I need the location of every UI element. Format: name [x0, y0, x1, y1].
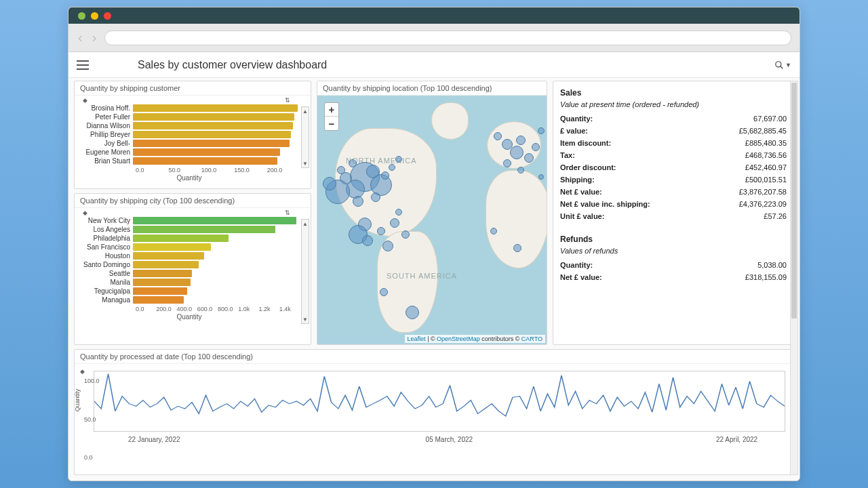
map-bubble[interactable] [406, 306, 419, 319]
svg-point-0 [776, 61, 781, 66]
window-min-dot[interactable] [91, 12, 98, 20]
map-bubble[interactable] [377, 227, 385, 235]
bar-row[interactable]: Houston [79, 251, 300, 260]
carto-link[interactable]: CARTO [521, 336, 542, 342]
bar-row[interactable]: Seattle [79, 269, 300, 278]
bar-row[interactable]: San Francisco [79, 243, 300, 251]
map-bubble[interactable] [513, 244, 521, 252]
nav-back-icon[interactable]: ‹ [77, 30, 84, 45]
map-bubble[interactable] [401, 230, 410, 239]
kpi-key: Quantity: [560, 261, 593, 269]
kpi-row: Net £ value inc. shipping:£4,376,223.09 [560, 198, 787, 210]
axis-tick: 1.0k [238, 306, 258, 312]
search-dropdown[interactable]: ▼ [774, 60, 791, 70]
bar-fill [133, 113, 294, 121]
menu-icon[interactable] [77, 60, 89, 70]
bar-row[interactable]: New York City [79, 216, 300, 225]
bar-fill [133, 287, 187, 295]
kpi-row: Order discount:£452,460.97 [560, 161, 787, 174]
map-bubble[interactable] [353, 196, 363, 207]
leaflet-link[interactable]: Leaflet [408, 336, 426, 342]
bar-row[interactable]: Managua [79, 296, 300, 304]
url-input[interactable] [104, 30, 791, 45]
nav-forward-icon[interactable]: › [91, 30, 98, 45]
timeseries-chart[interactable] [94, 371, 785, 432]
map-bubble[interactable] [395, 156, 402, 163]
bar-label: Houston [79, 252, 133, 260]
customer-chart-title: Quantity by shipping customer [75, 81, 311, 96]
window-close-dot[interactable] [78, 12, 85, 20]
kpi-row: Net £ value:£3,876,207.58 [560, 186, 787, 198]
sort-icon[interactable]: ◆ [80, 368, 85, 375]
bar-row[interactable]: Manila [79, 278, 300, 287]
osm-link[interactable]: OpenStreetMap [437, 336, 480, 342]
map-bubble[interactable] [371, 192, 380, 202]
map-title: Quantity by shipping location (Top 100 d… [317, 81, 547, 96]
bar-fill [133, 270, 192, 277]
map-bubble[interactable] [517, 167, 524, 174]
map-bubble[interactable] [494, 132, 502, 140]
map-bubble[interactable] [337, 166, 345, 174]
map-bubble[interactable] [381, 171, 389, 180]
axis-tick: 1.4k [279, 306, 300, 312]
map-bubble[interactable] [389, 164, 395, 171]
bar-label: Los Angeles [79, 226, 133, 233]
x-tick: 22 April, 2022 [716, 436, 757, 443]
map-bubble[interactable] [366, 165, 380, 178]
kpi-key: Order discount: [560, 163, 616, 171]
bar-label: Tegucigalpa [79, 287, 133, 295]
bar-row[interactable]: Joy Bell- [79, 139, 300, 148]
bar-row[interactable]: Los Angeles [79, 225, 300, 234]
map-bubble[interactable] [382, 241, 393, 251]
window-max-dot[interactable] [104, 12, 111, 20]
map-bubble[interactable] [538, 174, 544, 180]
bar-label: Eugene Moren [79, 148, 133, 156]
map-bubble[interactable] [538, 127, 545, 134]
bar-label: Philadelphia [79, 235, 133, 242]
map-bubble[interactable] [349, 159, 357, 167]
bar-row[interactable]: Santo Domingo [79, 260, 300, 269]
customer-chart-panel: Quantity by shipping customer ◆⇅ Brosina… [74, 81, 311, 189]
bar-row[interactable]: Philadelphia [79, 234, 300, 243]
body-scrollbar[interactable] [790, 81, 798, 475]
map-bubble[interactable] [380, 288, 388, 296]
axis-tick: 200.0 [267, 167, 300, 174]
bar-row[interactable]: Brosina Hoff. [79, 104, 300, 113]
kpi-row: £ value:£5,682,885.45 [560, 125, 787, 137]
kpi-value: £3,876,207.58 [739, 188, 787, 196]
axis-tick: 600.0 [197, 306, 218, 312]
kpi-key: Shipping: [560, 176, 595, 184]
bar-row[interactable]: Dianna Wilson [79, 121, 300, 130]
x-tick: 05 March, 2022 [426, 436, 473, 443]
map-bubble[interactable] [362, 235, 373, 246]
bar-row[interactable]: Brian Stuart [79, 157, 300, 165]
map-bubble[interactable] [516, 136, 526, 145]
bar-row[interactable]: Eugene Moren [79, 148, 300, 157]
kpi-value: £4,376,223.09 [739, 200, 787, 208]
sort-col-icon[interactable]: ◆ [83, 209, 87, 216]
city-scrollbar[interactable]: ▲▼ [301, 219, 309, 324]
map-bubble[interactable] [390, 218, 399, 228]
bar-fill [133, 104, 298, 112]
zoom-in-button[interactable]: + [325, 103, 338, 117]
map-bubble[interactable] [490, 228, 497, 235]
page-title: Sales by customer overview dashboard [138, 59, 327, 71]
map-bubble[interactable] [524, 153, 534, 163]
bar-row[interactable]: Peter Fuller [79, 113, 300, 121]
map-bubble[interactable] [532, 143, 540, 151]
zoom-out-button[interactable]: − [325, 117, 338, 130]
map-bubble[interactable] [510, 146, 524, 159]
map-bubble[interactable] [503, 159, 511, 167]
sort-col-icon[interactable]: ◆ [83, 97, 87, 104]
sort-dir-icon[interactable]: ⇅ [285, 97, 290, 104]
map-label-sa: SOUTH AMERICA [387, 272, 457, 280]
bar-fill [133, 235, 229, 242]
axis-tick: 800.0 [218, 306, 238, 312]
map-bubble[interactable] [395, 209, 402, 216]
map-bubble[interactable] [323, 177, 336, 190]
sort-dir-icon[interactable]: ⇅ [285, 209, 290, 216]
bar-row[interactable]: Tegucigalpa [79, 287, 300, 296]
bar-row[interactable]: Phillip Breyer [79, 130, 300, 139]
customer-scrollbar[interactable]: ▲▼ [301, 106, 309, 168]
map-canvas[interactable]: NORTH AMERICA SOUTH AMERICA + − Leaflet … [317, 96, 547, 344]
